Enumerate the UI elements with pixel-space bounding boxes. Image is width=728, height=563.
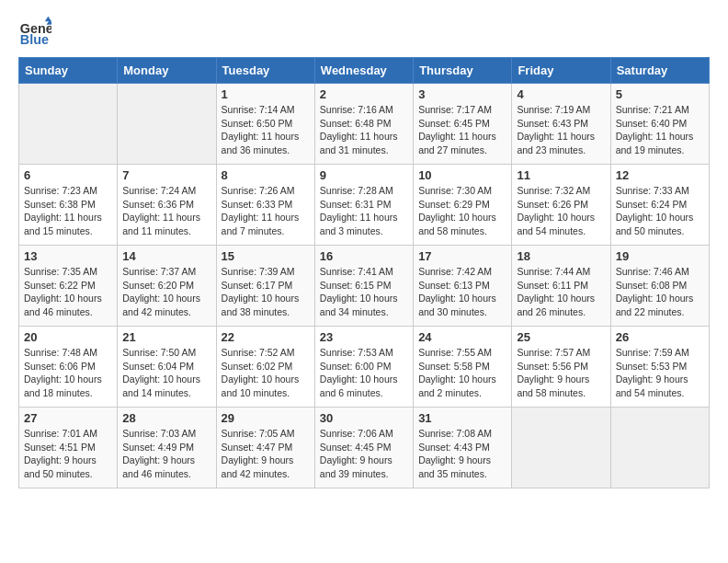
weekday-header-wednesday: Wednesday bbox=[314, 58, 413, 84]
day-number: 25 bbox=[517, 330, 605, 344]
calendar-cell bbox=[118, 84, 216, 165]
day-info: Sunrise: 7:17 AM Sunset: 6:45 PM Dayligh… bbox=[418, 103, 506, 157]
calendar-cell: 9Sunrise: 7:28 AM Sunset: 6:31 PM Daylig… bbox=[314, 165, 413, 246]
day-number: 22 bbox=[222, 330, 310, 344]
day-info: Sunrise: 7:41 AM Sunset: 6:15 PM Dayligh… bbox=[320, 265, 408, 319]
calendar-cell: 8Sunrise: 7:26 AM Sunset: 6:33 PM Daylig… bbox=[216, 165, 314, 246]
calendar-cell: 12Sunrise: 7:33 AM Sunset: 6:24 PM Dayli… bbox=[610, 165, 709, 246]
weekday-header-friday: Friday bbox=[512, 58, 610, 84]
calendar-cell: 1Sunrise: 7:14 AM Sunset: 6:50 PM Daylig… bbox=[216, 84, 314, 165]
calendar-cell: 14Sunrise: 7:37 AM Sunset: 6:20 PM Dayli… bbox=[118, 246, 216, 327]
day-info: Sunrise: 7:44 AM Sunset: 6:11 PM Dayligh… bbox=[517, 265, 605, 319]
day-info: Sunrise: 7:06 AM Sunset: 4:45 PM Dayligh… bbox=[320, 427, 408, 481]
day-info: Sunrise: 7:35 AM Sunset: 6:22 PM Dayligh… bbox=[24, 265, 112, 319]
day-info: Sunrise: 7:55 AM Sunset: 5:58 PM Dayligh… bbox=[418, 346, 506, 400]
day-number: 17 bbox=[418, 249, 506, 263]
day-info: Sunrise: 7:52 AM Sunset: 6:02 PM Dayligh… bbox=[222, 346, 310, 400]
calendar-cell: 19Sunrise: 7:46 AM Sunset: 6:08 PM Dayli… bbox=[610, 246, 709, 327]
calendar-cell: 30Sunrise: 7:06 AM Sunset: 4:45 PM Dayli… bbox=[314, 408, 413, 488]
day-number: 16 bbox=[320, 249, 408, 263]
header: General Blue bbox=[18, 15, 710, 48]
day-number: 21 bbox=[122, 330, 210, 344]
day-info: Sunrise: 7:03 AM Sunset: 4:49 PM Dayligh… bbox=[122, 427, 210, 481]
calendar-cell bbox=[19, 84, 118, 165]
day-number: 15 bbox=[222, 249, 310, 263]
day-number: 3 bbox=[418, 87, 506, 101]
day-info: Sunrise: 7:42 AM Sunset: 6:13 PM Dayligh… bbox=[418, 265, 506, 319]
day-number: 10 bbox=[418, 168, 506, 182]
day-info: Sunrise: 7:46 AM Sunset: 6:08 PM Dayligh… bbox=[616, 265, 704, 319]
day-info: Sunrise: 7:01 AM Sunset: 4:51 PM Dayligh… bbox=[24, 427, 112, 481]
calendar-cell: 15Sunrise: 7:39 AM Sunset: 6:17 PM Dayli… bbox=[216, 246, 314, 327]
calendar-cell: 28Sunrise: 7:03 AM Sunset: 4:49 PM Dayli… bbox=[118, 408, 216, 488]
weekday-header-tuesday: Tuesday bbox=[216, 58, 314, 84]
day-number: 2 bbox=[320, 87, 408, 101]
weekday-header-thursday: Thursday bbox=[414, 58, 512, 84]
calendar-cell: 5Sunrise: 7:21 AM Sunset: 6:40 PM Daylig… bbox=[610, 84, 709, 165]
day-number: 27 bbox=[24, 411, 112, 425]
day-number: 13 bbox=[24, 249, 112, 263]
calendar-cell: 23Sunrise: 7:53 AM Sunset: 6:00 PM Dayli… bbox=[314, 327, 413, 408]
day-info: Sunrise: 7:14 AM Sunset: 6:50 PM Dayligh… bbox=[222, 103, 310, 157]
day-info: Sunrise: 7:48 AM Sunset: 6:06 PM Dayligh… bbox=[24, 346, 112, 400]
calendar-cell: 11Sunrise: 7:32 AM Sunset: 6:26 PM Dayli… bbox=[512, 165, 610, 246]
calendar-cell: 17Sunrise: 7:42 AM Sunset: 6:13 PM Dayli… bbox=[414, 246, 512, 327]
calendar-cell: 2Sunrise: 7:16 AM Sunset: 6:48 PM Daylig… bbox=[314, 84, 413, 165]
calendar-cell: 4Sunrise: 7:19 AM Sunset: 6:43 PM Daylig… bbox=[512, 84, 610, 165]
day-info: Sunrise: 7:32 AM Sunset: 6:26 PM Dayligh… bbox=[517, 184, 605, 238]
day-info: Sunrise: 7:28 AM Sunset: 6:31 PM Dayligh… bbox=[320, 184, 408, 238]
day-info: Sunrise: 7:37 AM Sunset: 6:20 PM Dayligh… bbox=[122, 265, 210, 319]
calendar-cell bbox=[610, 408, 709, 488]
day-info: Sunrise: 7:19 AM Sunset: 6:43 PM Dayligh… bbox=[517, 103, 605, 157]
day-number: 6 bbox=[24, 168, 112, 182]
calendar-cell: 18Sunrise: 7:44 AM Sunset: 6:11 PM Dayli… bbox=[512, 246, 610, 327]
day-info: Sunrise: 7:16 AM Sunset: 6:48 PM Dayligh… bbox=[320, 103, 408, 157]
calendar-cell: 16Sunrise: 7:41 AM Sunset: 6:15 PM Dayli… bbox=[314, 246, 413, 327]
day-number: 7 bbox=[122, 168, 210, 182]
day-info: Sunrise: 7:08 AM Sunset: 4:43 PM Dayligh… bbox=[418, 427, 506, 481]
day-number: 23 bbox=[320, 330, 408, 344]
day-number: 26 bbox=[616, 330, 704, 344]
calendar-cell: 7Sunrise: 7:24 AM Sunset: 6:36 PM Daylig… bbox=[118, 165, 216, 246]
day-info: Sunrise: 7:21 AM Sunset: 6:40 PM Dayligh… bbox=[616, 103, 704, 157]
day-info: Sunrise: 7:23 AM Sunset: 6:38 PM Dayligh… bbox=[24, 184, 112, 238]
calendar-cell: 3Sunrise: 7:17 AM Sunset: 6:45 PM Daylig… bbox=[414, 84, 512, 165]
day-info: Sunrise: 7:33 AM Sunset: 6:24 PM Dayligh… bbox=[616, 184, 704, 238]
day-number: 20 bbox=[24, 330, 112, 344]
day-number: 5 bbox=[616, 87, 704, 101]
calendar-cell: 27Sunrise: 7:01 AM Sunset: 4:51 PM Dayli… bbox=[19, 408, 118, 488]
day-number: 18 bbox=[517, 249, 605, 263]
svg-marker-2 bbox=[45, 17, 51, 21]
calendar-cell: 10Sunrise: 7:30 AM Sunset: 6:29 PM Dayli… bbox=[414, 165, 512, 246]
day-number: 4 bbox=[517, 87, 605, 101]
day-number: 12 bbox=[616, 168, 704, 182]
day-info: Sunrise: 7:26 AM Sunset: 6:33 PM Dayligh… bbox=[222, 184, 310, 238]
logo: General Blue bbox=[18, 15, 57, 48]
weekday-header-sunday: Sunday bbox=[19, 58, 118, 84]
calendar-cell: 26Sunrise: 7:59 AM Sunset: 5:53 PM Dayli… bbox=[610, 327, 709, 408]
day-number: 1 bbox=[222, 87, 310, 101]
calendar-cell: 31Sunrise: 7:08 AM Sunset: 4:43 PM Dayli… bbox=[414, 408, 512, 488]
svg-text:Blue: Blue bbox=[20, 32, 49, 47]
day-info: Sunrise: 7:57 AM Sunset: 5:56 PM Dayligh… bbox=[517, 346, 605, 400]
weekday-header-monday: Monday bbox=[118, 58, 216, 84]
day-info: Sunrise: 7:39 AM Sunset: 6:17 PM Dayligh… bbox=[222, 265, 310, 319]
calendar-cell: 20Sunrise: 7:48 AM Sunset: 6:06 PM Dayli… bbox=[19, 327, 118, 408]
day-number: 31 bbox=[418, 411, 506, 425]
calendar-cell: 13Sunrise: 7:35 AM Sunset: 6:22 PM Dayli… bbox=[19, 246, 118, 327]
day-info: Sunrise: 7:53 AM Sunset: 6:00 PM Dayligh… bbox=[320, 346, 408, 400]
calendar-cell: 24Sunrise: 7:55 AM Sunset: 5:58 PM Dayli… bbox=[414, 327, 512, 408]
day-info: Sunrise: 7:05 AM Sunset: 4:47 PM Dayligh… bbox=[222, 427, 310, 481]
day-info: Sunrise: 7:24 AM Sunset: 6:36 PM Dayligh… bbox=[122, 184, 210, 238]
day-number: 11 bbox=[517, 168, 605, 182]
weekday-header-saturday: Saturday bbox=[610, 58, 709, 84]
calendar-cell: 6Sunrise: 7:23 AM Sunset: 6:38 PM Daylig… bbox=[19, 165, 118, 246]
logo-icon: General Blue bbox=[18, 15, 51, 48]
day-number: 24 bbox=[418, 330, 506, 344]
calendar-table: SundayMondayTuesdayWednesdayThursdayFrid… bbox=[18, 57, 710, 488]
day-number: 19 bbox=[616, 249, 704, 263]
day-info: Sunrise: 7:59 AM Sunset: 5:53 PM Dayligh… bbox=[616, 346, 704, 400]
calendar-cell: 29Sunrise: 7:05 AM Sunset: 4:47 PM Dayli… bbox=[216, 408, 314, 488]
calendar-cell: 21Sunrise: 7:50 AM Sunset: 6:04 PM Dayli… bbox=[118, 327, 216, 408]
calendar-cell bbox=[512, 408, 610, 488]
